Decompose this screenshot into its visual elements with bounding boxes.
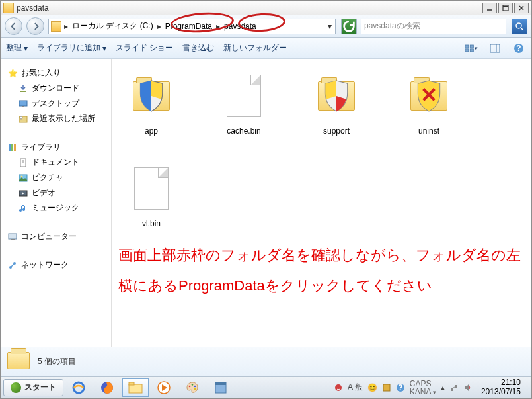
breadcrumb-root[interactable]: ローカル ディスク (C:) (69, 19, 157, 34)
svg-rect-29 (9, 234, 17, 239)
svg-rect-7 (465, 45, 469, 48)
clock[interactable]: 21:102013/07/15 (477, 378, 525, 396)
svg-text:?: ? (516, 44, 521, 53)
svg-rect-49 (451, 388, 453, 391)
svg-line-33 (11, 264, 14, 267)
view-menu[interactable]: ▾ (464, 41, 478, 56)
window-title: pavsdata (17, 3, 482, 13)
address-dropdown[interactable]: ▾ (324, 22, 335, 31)
svg-point-5 (516, 23, 521, 28)
music-icon (18, 203, 28, 214)
taskbar-ie[interactable] (65, 378, 92, 397)
svg-rect-15 (20, 91, 26, 92)
search-button[interactable] (512, 19, 527, 34)
breadcrumb-programdata[interactable]: ProgramData (162, 19, 215, 34)
item-label: cache.bin (227, 126, 260, 136)
network-icon (7, 260, 18, 271)
address-bar[interactable]: ▸ ローカル ディスク (C:) ▸ ProgramData ▸ pavsdat… (48, 19, 336, 34)
titlebar: pavsdata (1, 1, 531, 15)
library-icon (7, 142, 18, 153)
tray-icon[interactable] (382, 383, 391, 392)
tray-volume-icon[interactable] (463, 383, 473, 392)
start-button[interactable]: スタート (3, 379, 63, 396)
svg-rect-36 (129, 384, 142, 393)
preview-pane-button[interactable] (488, 41, 502, 56)
sidebar-favorites[interactable]: ⭐お気に入り (3, 66, 108, 81)
svg-rect-11 (490, 44, 500, 52)
svg-point-39 (189, 385, 191, 387)
navbar: ▸ ローカル ディスク (C:) ▸ ProgramData ▸ pavsdat… (1, 15, 531, 38)
chevron-down-icon: ▾ (24, 44, 28, 53)
taskbar-firefox[interactable] (94, 378, 120, 397)
sidebar-downloads[interactable]: ダウンロード (3, 81, 108, 96)
details-pane: 5 個の項目 (1, 347, 531, 376)
forward-button[interactable] (26, 17, 44, 35)
sidebar-music[interactable]: ミュージック (3, 200, 108, 216)
back-button[interactable] (5, 17, 22, 35)
taskbar-explorer[interactable] (122, 378, 149, 397)
refresh-button[interactable] (341, 19, 357, 34)
new-folder-button[interactable]: 新しいフォルダー (223, 42, 287, 54)
svg-rect-37 (129, 382, 134, 385)
recent-icon (18, 114, 28, 124)
taskbar-mediaplayer[interactable] (151, 378, 177, 397)
item-label: support (323, 126, 350, 136)
svg-text:?: ? (398, 383, 402, 392)
search-placeholder: pavsdataの検索 (364, 21, 503, 32)
sidebar-recent[interactable]: 最近表示した場所 (3, 111, 108, 126)
tray-help-icon[interactable]: ? (396, 383, 405, 392)
toolbar: 整理 ▾ ライブラリに追加 ▾ スライド ショー 書き込む 新しいフォルダー ▾… (1, 38, 531, 59)
minimize-button[interactable] (482, 3, 497, 13)
tray-chevron[interactable]: ▴ (441, 383, 445, 392)
tray-network-icon[interactable] (449, 383, 459, 392)
file-cache[interactable]: cache.bin (211, 69, 277, 136)
ime-status[interactable]: A 般 (348, 382, 363, 393)
windows-orb-icon (11, 382, 21, 393)
slideshow-button[interactable]: スライド ショー (116, 42, 173, 54)
sidebar-videos[interactable]: ビデオ (3, 185, 108, 200)
chevron-right-icon[interactable]: ▸ (215, 22, 221, 31)
close-button[interactable] (514, 3, 529, 13)
chevron-right-icon[interactable]: ▸ (157, 22, 162, 31)
search-input[interactable]: pavsdataの検索 (361, 19, 506, 34)
maximize-button[interactable] (498, 3, 513, 13)
folder-app[interactable]: app (118, 69, 184, 136)
burn-button[interactable]: 書き込む (182, 42, 214, 54)
svg-rect-46 (383, 384, 390, 391)
item-count: 5 個の項目 (38, 356, 76, 367)
sidebar-libraries[interactable]: ライブラリ (3, 140, 108, 155)
shield-icon (137, 79, 166, 112)
sidebar-documents[interactable]: ドキュメント (3, 155, 108, 170)
folder-icon (51, 21, 61, 32)
svg-point-41 (194, 385, 196, 387)
taskbar-paint[interactable] (179, 378, 206, 397)
chevron-right-icon[interactable]: ▸ (63, 22, 69, 31)
breadcrumb-pavsdata[interactable]: pavsdata (221, 19, 260, 34)
folder-icon (7, 352, 30, 372)
star-icon: ⭐ (7, 68, 18, 79)
svg-rect-23 (20, 159, 26, 167)
svg-point-40 (192, 384, 194, 386)
item-label: app (145, 126, 158, 136)
svg-rect-44 (215, 382, 226, 385)
sidebar-desktop[interactable]: デスクトップ (3, 96, 108, 111)
tray-icon[interactable]: 😊 (367, 383, 377, 392)
add-to-library-menu[interactable]: ライブラリに追加 ▾ (37, 42, 106, 54)
sidebar-computer[interactable]: コンピューター (3, 229, 108, 244)
file-vl[interactable]: vl.bin (118, 162, 184, 228)
folder-uninst[interactable]: uninst (396, 69, 462, 136)
content-pane[interactable]: app cache.bin support uninst (112, 59, 531, 347)
folder-support[interactable]: support (303, 69, 369, 136)
help-button[interactable]: ? (512, 41, 526, 56)
svg-rect-22 (14, 144, 16, 151)
taskbar-app[interactable] (208, 378, 234, 397)
file-icon (134, 167, 169, 210)
sidebar-network[interactable]: ネットワーク (3, 257, 108, 273)
organize-menu[interactable]: 整理 ▾ (6, 42, 28, 54)
tray-icon[interactable] (334, 383, 343, 392)
sidebar-pictures[interactable]: ピクチャ (3, 170, 108, 185)
svg-point-42 (194, 388, 196, 390)
svg-rect-21 (11, 144, 13, 151)
instruction-text: 画面上部赤枠のフォルダ名を確認しながら、フォルダ名の左横にあるProgramDa… (118, 240, 525, 301)
svg-point-45 (335, 384, 342, 391)
